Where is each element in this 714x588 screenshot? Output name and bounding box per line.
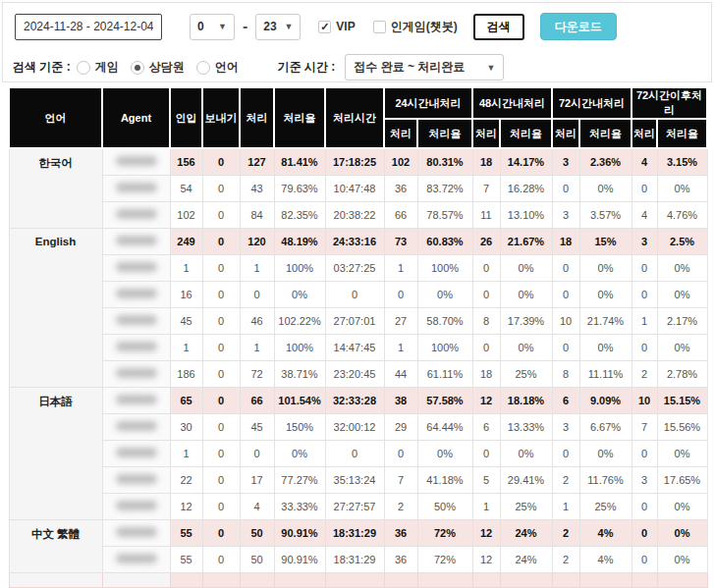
value-cell: 1	[170, 334, 202, 360]
chevron-down-icon: ▼	[284, 22, 293, 31]
agent-name-cell-redacted	[102, 254, 170, 281]
value-cell: 12	[472, 387, 500, 413]
table-row: 101100%14:47:451100%00%00%00%	[9, 334, 707, 360]
redacted-agent-name	[116, 289, 157, 298]
agent-name-cell-redacted	[102, 360, 170, 387]
value-cell: 18	[472, 148, 500, 175]
table-row: 30045150%32:00:122964.44%613.33%36.67%71…	[9, 413, 707, 440]
agent-name-cell-redacted	[102, 228, 170, 254]
value-cell: 10	[632, 387, 657, 413]
value-cell: 1	[170, 440, 202, 466]
value-cell: 0	[632, 254, 657, 281]
value-cell: 6	[472, 413, 500, 440]
value-cell: 30	[170, 413, 202, 440]
value-cell: 0	[325, 440, 384, 466]
value-cell: 72%	[417, 519, 472, 546]
value-cell: 0	[552, 281, 579, 307]
ingame-checkbox[interactable]: 인게임(챗봇)	[373, 19, 458, 35]
value-cell: 3.15%	[657, 148, 707, 175]
value-cell: 0%	[500, 281, 552, 307]
filter-row-top: 0 ▼ - 23 ▼ ✓ VIP 인게임(챗봇) 검색 다운로드	[15, 13, 711, 40]
checkbox-checked-icon[interactable]: ✓	[318, 21, 331, 33]
value-cell	[417, 572, 472, 587]
value-cell: 4	[632, 201, 657, 228]
value-cell: 4%	[579, 546, 632, 572]
value-cell: 65	[170, 387, 202, 413]
search-basis-label: 검색 기준 :	[13, 59, 71, 76]
redacted-agent-name	[116, 236, 157, 245]
vip-checkbox[interactable]: ✓ VIP	[318, 20, 355, 33]
col-header-rate: 처리율	[274, 87, 325, 148]
agent-report-table: 언어 Agent 인입 보내기 처리 처리율 처리시간 24시간내처리 48시간…	[8, 86, 708, 588]
value-cell: 2.78%	[657, 360, 707, 387]
value-cell: 90.91%	[274, 546, 325, 572]
value-cell: 0	[202, 360, 240, 387]
radio-language[interactable]: 언어	[196, 59, 239, 76]
time-basis-value: 접수 완료 ~ 처리완료	[354, 59, 465, 76]
value-cell	[579, 572, 632, 587]
value-cell: 33.33%	[274, 493, 325, 519]
radio-selected-icon[interactable]	[131, 61, 144, 75]
hour-to-value: 23	[263, 20, 276, 33]
partial-cutoff-row	[9, 572, 707, 587]
checkbox-unchecked-icon[interactable]	[373, 21, 386, 33]
value-cell	[657, 572, 707, 587]
value-cell: 0	[202, 228, 240, 254]
value-cell: 45	[240, 413, 274, 440]
redacted-agent-name	[116, 474, 157, 484]
value-cell: 0	[632, 175, 657, 201]
hour-from-select[interactable]: 0 ▼	[190, 14, 235, 40]
agent-name-cell-redacted	[102, 175, 170, 201]
value-cell: 10:47:48	[325, 175, 384, 201]
agent-name-cell-redacted	[102, 148, 170, 175]
radio-game[interactable]: 게임	[77, 59, 119, 76]
radio-unselected-icon[interactable]	[196, 61, 210, 75]
value-cell: 6	[552, 387, 579, 413]
agent-name-cell-redacted	[102, 572, 170, 587]
radio-unselected-icon[interactable]	[77, 61, 90, 75]
value-cell: 0%	[274, 281, 325, 307]
value-cell: 79.63%	[274, 175, 325, 201]
chevron-down-icon: ▼	[486, 63, 495, 73]
value-cell: 38.71%	[274, 360, 325, 387]
value-cell: 0%	[657, 440, 707, 466]
download-button[interactable]: 다운로드	[540, 13, 617, 40]
value-cell: 3	[552, 413, 579, 440]
summary-row: 中文 繁體5505090.91%18:31:293672%1224%24%00%	[9, 519, 707, 546]
value-cell: 50	[240, 546, 274, 572]
value-cell: 0	[202, 546, 240, 572]
value-cell: 0	[552, 254, 579, 281]
hour-to-select[interactable]: 23 ▼	[255, 14, 301, 40]
value-cell: 3	[552, 201, 579, 228]
value-cell: 0	[632, 519, 657, 546]
value-cell: 0	[202, 440, 240, 466]
value-cell: 0	[202, 201, 240, 228]
value-cell: 80.31%	[417, 148, 472, 175]
radio-agent[interactable]: 상담원	[131, 59, 185, 76]
value-cell: 0%	[657, 334, 707, 360]
agent-name-cell-redacted	[102, 440, 170, 466]
time-basis-select[interactable]: 접수 완료 ~ 처리완료 ▼	[345, 54, 504, 80]
table-row: 1000%000%00%00%00%	[9, 440, 707, 466]
value-cell: 0	[240, 440, 274, 466]
value-cell: 25%	[500, 360, 552, 387]
value-cell: 29	[384, 413, 417, 440]
time-basis-label: 기준 시간 :	[278, 59, 336, 76]
search-button[interactable]: 검색	[473, 14, 524, 40]
col-group-48h: 48시간내처리	[472, 87, 552, 119]
date-range-input[interactable]	[15, 14, 162, 40]
value-cell: 0	[632, 334, 657, 360]
subcol-24h-rate: 처리율	[417, 119, 472, 148]
subcol-72h-rate: 처리율	[579, 119, 632, 148]
agent-name-cell-redacted	[102, 493, 170, 519]
language-group-cell: 한국어	[9, 148, 102, 228]
value-cell: 2	[552, 466, 579, 493]
value-cell: 4	[632, 148, 657, 175]
value-cell: 82.35%	[274, 201, 325, 228]
value-cell: 55	[170, 546, 202, 572]
col-group-24h: 24시간내처리	[384, 87, 472, 119]
value-cell: 12	[170, 493, 202, 519]
table-row: 101100%03:27:251100%00%00%00%	[9, 254, 707, 281]
subcol-72h-processed: 처리	[552, 119, 579, 148]
value-cell: 64.44%	[417, 413, 472, 440]
